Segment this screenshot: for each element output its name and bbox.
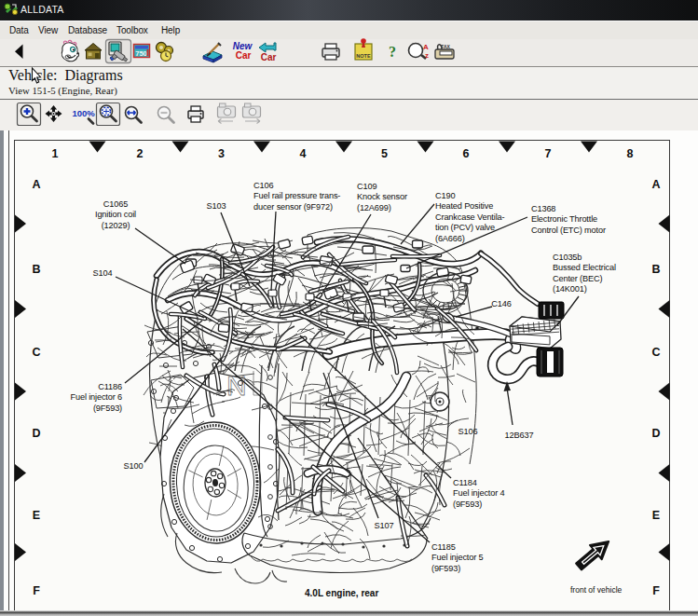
svg-text:z: z — [425, 51, 429, 60]
svg-text:750: 750 — [135, 49, 147, 58]
svg-text:A: A — [423, 43, 429, 51]
svg-text:NOTE: NOTE — [356, 53, 371, 59]
svg-text:100%: 100% — [73, 108, 96, 118]
svg-text:?: ? — [389, 44, 396, 60]
svg-text:Car: Car — [236, 50, 252, 61]
svg-text:FAX: FAX — [441, 44, 450, 49]
svg-text:Car: Car — [261, 52, 277, 62]
svg-text:N: N — [226, 370, 250, 401]
